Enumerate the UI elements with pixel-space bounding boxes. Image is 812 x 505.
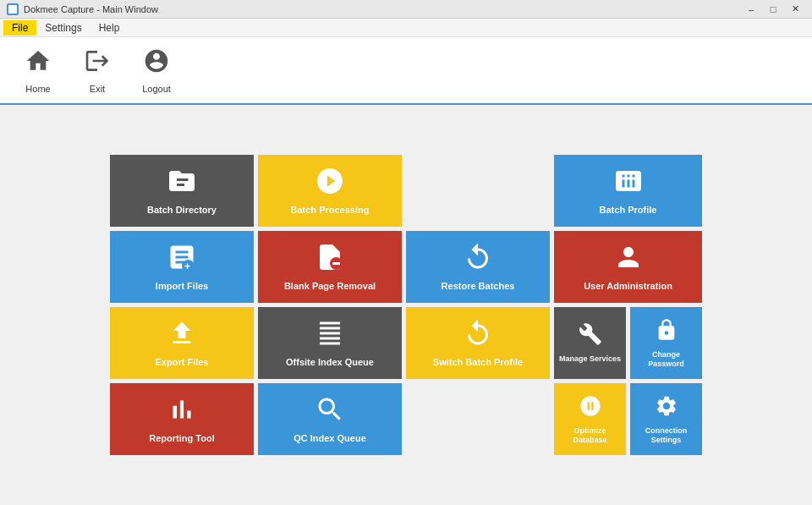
user-administration-icon xyxy=(613,242,644,276)
home-label: Home xyxy=(25,84,50,94)
offsite-index-queue-label: Offsite Index Queue xyxy=(286,357,374,368)
window-title: Dokmee Capture - Main Window xyxy=(24,4,158,14)
restore-batches-icon xyxy=(463,242,493,276)
main-content: Batch Directory Batch Processing Batch P… xyxy=(0,105,812,505)
change-password-label: Change Password xyxy=(634,350,698,369)
tile-batch-processing[interactable]: Batch Processing xyxy=(258,155,402,227)
menu-help[interactable]: Help xyxy=(91,20,129,36)
minimize-button[interactable]: – xyxy=(741,2,761,17)
reporting-tool-label: Reporting Tool xyxy=(149,433,214,444)
home-icon xyxy=(25,47,52,80)
tile-change-password[interactable]: Change Password xyxy=(630,307,702,379)
tile-import-files[interactable]: + Import Files xyxy=(110,231,254,303)
app-icon xyxy=(7,3,19,15)
change-password-icon xyxy=(655,318,678,345)
menu-settings[interactable]: Settings xyxy=(36,20,90,36)
blank-page-removal-icon xyxy=(315,242,345,276)
close-button[interactable]: ✕ xyxy=(785,2,805,17)
blank-page-removal-label: Blank Page Removal xyxy=(284,281,376,292)
batch-directory-label: Batch Directory xyxy=(147,205,217,216)
logout-label: Logout xyxy=(142,84,171,94)
exit-label: Exit xyxy=(90,84,105,94)
export-files-label: Export Files xyxy=(156,357,209,368)
batch-profile-label: Batch Profile xyxy=(600,205,657,216)
logout-icon xyxy=(143,47,170,80)
restore-batches-label: Restore Batches xyxy=(442,281,515,292)
logout-button[interactable]: Logout xyxy=(127,41,186,100)
tile-user-administration[interactable]: User Administration xyxy=(554,231,702,303)
exit-icon xyxy=(84,47,111,80)
batch-processing-label: Batch Processing xyxy=(291,205,370,216)
offsite-index-queue-icon xyxy=(315,318,345,352)
user-administration-label: User Administration xyxy=(584,281,672,292)
optimize-database-label: Optimize Database xyxy=(558,426,622,445)
manage-services-label: Manage Services xyxy=(559,354,621,364)
home-button[interactable]: Home xyxy=(8,41,68,100)
tile-batch-directory[interactable]: Batch Directory xyxy=(110,155,254,227)
export-files-icon xyxy=(167,318,197,352)
batch-directory-icon xyxy=(167,166,197,200)
menu-bar: File Settings Help xyxy=(0,19,812,37)
tile-export-files[interactable]: Export Files xyxy=(110,307,254,379)
tile-reporting-tool[interactable]: Reporting Tool xyxy=(110,383,254,455)
optimize-database-icon xyxy=(579,394,602,421)
connection-settings-label: Connection Settings xyxy=(634,426,698,445)
toolbar: Home Exit Logout xyxy=(0,37,812,105)
window-controls: – □ ✕ xyxy=(741,2,805,17)
svg-text:+: + xyxy=(184,261,190,272)
maximize-button[interactable]: □ xyxy=(763,2,783,17)
tile-optimize-database[interactable]: Optimize Database xyxy=(554,383,626,455)
qc-index-queue-label: QC Index Queue xyxy=(294,433,366,444)
svg-rect-0 xyxy=(8,5,17,14)
qc-index-queue-icon xyxy=(315,394,345,428)
tile-connection-settings[interactable]: Connection Settings xyxy=(630,383,702,455)
batch-profile-icon xyxy=(613,166,644,200)
tile-switch-batch-profile[interactable]: Switch Batch Profile xyxy=(406,307,550,379)
tile-restore-batches[interactable]: Restore Batches xyxy=(406,231,550,303)
exit-button[interactable]: Exit xyxy=(68,41,127,100)
tile-offsite-index-queue[interactable]: Offsite Index Queue xyxy=(258,307,402,379)
tile-qc-index-queue[interactable]: QC Index Queue xyxy=(258,383,402,455)
switch-batch-profile-label: Switch Batch Profile xyxy=(433,357,523,368)
connection-settings-icon xyxy=(655,394,678,421)
tile-batch-profile[interactable]: Batch Profile xyxy=(554,155,702,227)
menu-file[interactable]: File xyxy=(3,20,36,36)
title-bar: Dokmee Capture - Main Window – □ ✕ xyxy=(0,0,812,19)
tiles-grid: Batch Directory Batch Processing Batch P… xyxy=(110,155,702,455)
reporting-tool-icon xyxy=(167,394,197,428)
manage-services-icon xyxy=(579,322,602,349)
import-files-label: Import Files xyxy=(156,281,208,292)
tile-blank-page-removal[interactable]: Blank Page Removal xyxy=(258,231,402,303)
tile-manage-services[interactable]: Manage Services xyxy=(554,307,626,379)
switch-batch-profile-icon xyxy=(463,318,493,352)
batch-processing-icon xyxy=(315,166,345,200)
import-files-icon: + xyxy=(167,242,197,276)
